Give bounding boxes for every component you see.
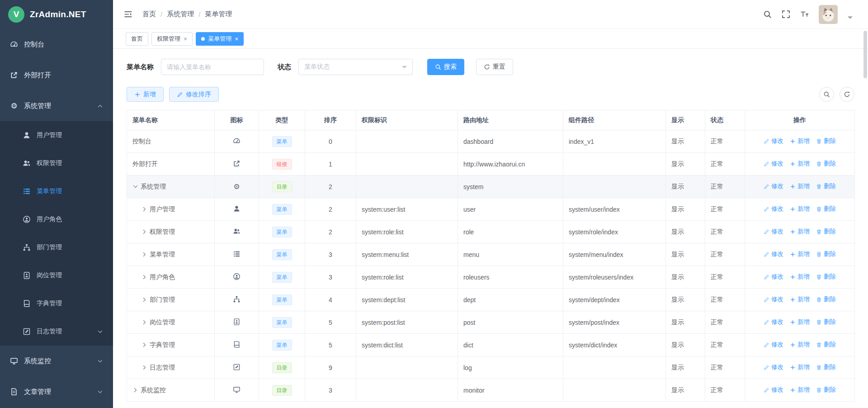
table-refresh-button[interactable] [840, 87, 854, 102]
add-link[interactable]: 新增 [790, 182, 810, 190]
status-select[interactable]: 菜单状态 [298, 59, 413, 75]
sidebar-item-1[interactable]: 外部打开 [0, 60, 113, 90]
route-value: menu [463, 251, 479, 258]
chevron-right-icon[interactable] [142, 274, 147, 280]
sidebar-item-2[interactable]: ⚙系统管理 [0, 90, 113, 121]
breadcrumb-system[interactable]: 系统管理 [167, 10, 194, 19]
add-link[interactable]: 新增 [790, 273, 810, 281]
comp-value: system/roleusers/index [569, 274, 633, 281]
add-link-label: 新增 [797, 205, 810, 213]
trash-icon [816, 206, 822, 212]
chevron-right-icon[interactable] [142, 206, 147, 212]
sidebar-item-0[interactable]: 控制台 [0, 29, 113, 60]
search-icon[interactable] [763, 10, 772, 19]
menu-name: 岗位管理 [150, 318, 175, 327]
chevron-right-icon[interactable] [142, 229, 147, 235]
add-link[interactable]: 新增 [790, 205, 810, 213]
sidebar-item-4[interactable]: 权限管理 [0, 149, 113, 177]
add-link[interactable]: 新增 [790, 363, 810, 371]
chevron-right-icon[interactable] [142, 365, 147, 370]
delete-link[interactable]: 删除 [816, 386, 836, 394]
sidebar-item-8[interactable]: 岗位管理 [0, 261, 113, 289]
close-icon[interactable]: × [235, 36, 238, 42]
sort-button[interactable]: 修改排序 [169, 87, 219, 102]
chevron-down-icon[interactable] [132, 184, 138, 190]
close-icon[interactable]: × [184, 36, 187, 42]
delete-link[interactable]: 删除 [816, 205, 836, 213]
sidebar-item-5[interactable]: 菜单管理 [0, 177, 113, 205]
sidebar-item-12[interactable]: 文章管理 [0, 376, 113, 407]
edit-link-label: 修改 [771, 295, 783, 304]
chevron-right-icon[interactable] [142, 342, 147, 348]
add-button[interactable]: 新增 [127, 87, 164, 102]
column-header-visible: 显示 [666, 110, 705, 130]
scrollbar-thumb[interactable] [863, 31, 867, 78]
trash-icon [816, 297, 822, 303]
delete-link[interactable]: 删除 [816, 250, 836, 258]
sidebar-item-7[interactable]: 部门管理 [0, 233, 113, 261]
tab-1[interactable]: 权限管理× [151, 32, 193, 46]
menu-name: 日志管理 [150, 364, 175, 372]
sidebar-menu: 控制台外部打开⚙系统管理用户管理权限管理菜单管理用户角色部门管理岗位管理字典管理… [0, 29, 113, 408]
add-link[interactable]: 新增 [790, 295, 810, 304]
route-value: dict [463, 342, 473, 349]
chevron-right-icon[interactable] [142, 319, 147, 325]
add-link[interactable]: 新增 [790, 386, 810, 394]
logo[interactable]: V ZrAdmin.NET [0, 0, 113, 29]
edit-link[interactable]: 修改 [764, 250, 783, 258]
avatar[interactable] [819, 5, 838, 24]
menu-name: 用户角色 [150, 273, 175, 281]
delete-link[interactable]: 删除 [816, 228, 836, 236]
delete-link[interactable]: 删除 [816, 341, 836, 349]
visible-value: 显示 [671, 364, 684, 371]
sidebar-item-9[interactable]: 字典管理 [0, 289, 113, 318]
add-link[interactable]: 新增 [790, 250, 810, 258]
sidebar-item-6[interactable]: 用户角色 [0, 205, 113, 233]
delete-link[interactable]: 删除 [816, 182, 836, 190]
edit-link[interactable]: 修改 [764, 205, 783, 213]
caret-down-icon[interactable] [848, 16, 853, 19]
edit-link[interactable]: 修改 [764, 137, 783, 145]
delete-link[interactable]: 删除 [816, 273, 836, 281]
edit-link[interactable]: 修改 [764, 182, 783, 190]
edit-link[interactable]: 修改 [764, 386, 783, 394]
edit-link[interactable]: 修改 [764, 363, 783, 371]
sidebar-item-3[interactable]: 用户管理 [0, 121, 113, 149]
sidebar-item-11[interactable]: 系统监控 [0, 346, 113, 376]
table-search-button[interactable] [819, 87, 834, 102]
sidebar-item-10[interactable]: 日志管理 [0, 318, 113, 346]
edit-link[interactable]: 修改 [764, 228, 783, 236]
reset-button[interactable]: 重置 [476, 59, 513, 75]
add-link[interactable]: 新增 [790, 228, 810, 236]
tab-0[interactable]: 首页 [126, 32, 148, 46]
route-value: monitor [463, 387, 485, 394]
hamburger-icon[interactable] [124, 10, 132, 19]
edit-link[interactable]: 修改 [764, 273, 783, 281]
fontsize-icon[interactable] [800, 10, 809, 19]
add-link[interactable]: 新增 [790, 160, 810, 168]
delete-link-label: 删除 [824, 363, 836, 371]
chevron-right-icon[interactable] [142, 297, 147, 303]
type-tag: 菜单 [272, 340, 292, 351]
chevron-right-icon[interactable] [132, 387, 138, 393]
edit-link[interactable]: 修改 [764, 341, 783, 349]
delete-link[interactable]: 删除 [816, 318, 836, 326]
trash-icon [816, 274, 822, 280]
fullscreen-icon[interactable] [782, 10, 790, 19]
menu-name-input[interactable] [161, 59, 264, 75]
chevron-right-icon[interactable] [142, 251, 147, 257]
add-link[interactable]: 新增 [790, 341, 810, 349]
add-link[interactable]: 新增 [790, 137, 810, 145]
search-button[interactable]: 搜索 [427, 59, 464, 75]
delete-link[interactable]: 删除 [816, 363, 836, 371]
delete-link[interactable]: 删除 [816, 137, 836, 145]
edit-link[interactable]: 修改 [764, 160, 783, 168]
add-link[interactable]: 新增 [790, 318, 810, 326]
vertical-scrollbar[interactable] [863, 30, 867, 406]
breadcrumb-home[interactable]: 首页 [142, 10, 156, 19]
edit-link[interactable]: 修改 [764, 295, 783, 304]
delete-link[interactable]: 删除 [816, 295, 836, 304]
tab-2[interactable]: 菜单管理× [196, 32, 244, 46]
edit-link[interactable]: 修改 [764, 318, 783, 326]
delete-link[interactable]: 删除 [816, 160, 836, 168]
